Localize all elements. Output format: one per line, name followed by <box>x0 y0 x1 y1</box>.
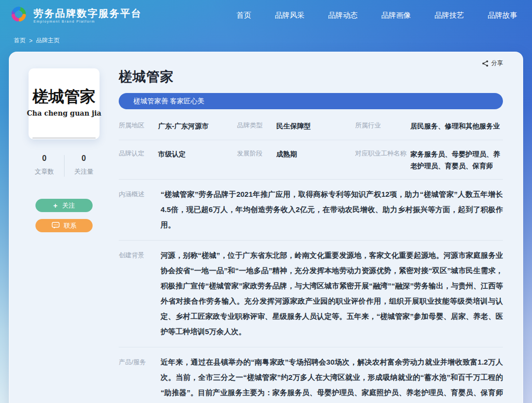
brand-slogan-text: 槎城管家善 客家匠心美 <box>133 97 204 106</box>
brand-logo-image: 槎城管家 Cha cheng guan jia <box>29 68 100 139</box>
platform-logo-icon <box>9 4 29 26</box>
brand-info-row-1: 所属地区 广东-广东河源市 品牌类型 民生保障型 所属行业 居民服务、修理和其他… <box>119 112 503 140</box>
chat-bubble-icon <box>52 222 60 229</box>
info-type-label: 品牌类型 <box>237 121 276 130</box>
share-icon <box>482 60 489 67</box>
brand-profile-card: 槎城管家 Cha cheng guan jia 0 文章数 0 关注量 + 关注 <box>9 52 523 403</box>
share-button[interactable]: 分享 <box>482 59 503 67</box>
brand-info-row-2: 品牌认定 市级认定 发展阶段 成熟期 对应职业工种名称 家务服务员、母婴护理员、… <box>119 140 503 180</box>
breadcrumb: 首页 > 品牌主页 <box>0 31 532 45</box>
brand-stats: 0 文章数 0 关注量 <box>25 154 103 176</box>
info-industry-value: 居民服务、修理和其他服务业 <box>410 121 503 132</box>
nav-item-brand-skill[interactable]: 品牌技艺 <box>434 11 464 20</box>
info-stage-value: 成熟期 <box>276 149 355 160</box>
info-occupation-value: 家务服务员、母婴护理员、养老护理员、育婴员、保育师 <box>410 149 503 172</box>
info-region-label: 所属地区 <box>119 121 158 130</box>
stat-followers-label: 关注量 <box>64 167 103 176</box>
brand-main-content: 分享 槎城管家 槎城管家善 客家匠心美 所属地区 广东-广东河源市 品牌类型 民… <box>119 52 523 403</box>
plus-icon: + <box>53 202 58 209</box>
contact-button-label: 联系 <box>64 221 77 230</box>
main-nav: 首页 品牌风采 品牌动态 品牌画像 品牌技艺 品牌故事 <box>236 11 517 20</box>
stat-followers-value: 0 <box>64 154 103 163</box>
brand-logo-en-text: Cha cheng guan jia <box>27 109 101 117</box>
section-connotation-text: “槎城管家”劳务品牌于2021年推广应用，取得商标专利等知识产权12项，助力“槎… <box>161 186 503 232</box>
breadcrumb-home[interactable]: 首页 <box>14 36 26 45</box>
brand-slogan-banner: 槎城管家善 客家匠心美 <box>119 93 503 109</box>
section-background-label: 创建背景 <box>119 248 161 339</box>
breadcrumb-current[interactable]: 品牌主页 <box>36 36 60 45</box>
nav-item-brand-story[interactable]: 品牌故事 <box>488 11 517 20</box>
brand-sidebar: 槎城管家 Cha cheng guan jia 0 文章数 0 关注量 + 关注 <box>9 52 119 403</box>
brand-logo-cn-text: 槎城管家 <box>33 86 96 108</box>
stat-articles-label: 文章数 <box>25 167 64 176</box>
info-region-value: 广东-广东河源市 <box>158 121 237 132</box>
section-background-text: 河源，别称“槎城”，位于广东省东北部，岭南文化重要发源地，客家文化重要起源地。河… <box>161 248 503 339</box>
section-connotation: 内涵概述 “槎城管家”劳务品牌于2021年推广应用，取得商标专利等知识产权12项… <box>119 180 503 241</box>
info-certification-label: 品牌认定 <box>119 149 158 158</box>
share-label: 分享 <box>491 59 503 67</box>
nav-item-home[interactable]: 首页 <box>236 11 251 20</box>
info-type-value: 民生保障型 <box>276 121 355 132</box>
info-occupation-label: 对应职业工种名称 <box>355 149 410 158</box>
section-products-label: 产品/服务 <box>119 354 161 403</box>
stat-followers: 0 关注量 <box>64 154 103 176</box>
follow-button[interactable]: + 关注 <box>35 199 93 212</box>
section-products-text: 近年来，通过在县镇举办的“南粤家政”专场招聘会30场次，解决农村富余劳动力就业并… <box>161 354 503 403</box>
info-stage-label: 发展阶段 <box>237 149 276 158</box>
top-navigation-bar: 劳务品牌数字服务平台 Employment Brand Platform 首页 … <box>0 0 532 31</box>
platform-logo[interactable]: 劳务品牌数字服务平台 Employment Brand Platform <box>9 4 142 26</box>
stat-articles: 0 文章数 <box>25 154 64 176</box>
info-certification-value: 市级认定 <box>158 149 237 160</box>
stats-divider <box>64 155 65 177</box>
section-connotation-label: 内涵概述 <box>119 186 161 232</box>
platform-title: 劳务品牌数字服务平台 <box>33 8 142 19</box>
brand-title: 槎城管家 <box>119 68 503 86</box>
nav-item-brand-news[interactable]: 品牌动态 <box>328 11 358 20</box>
section-products: 产品/服务 近年来，通过在县镇举办的“南粤家政”专场招聘会30场次，解决农村富余… <box>119 347 503 403</box>
platform-subtitle: Employment Brand Platform <box>33 20 142 23</box>
nav-item-brand-portrait[interactable]: 品牌画像 <box>381 11 411 20</box>
stat-articles-value: 0 <box>25 154 64 163</box>
breadcrumb-separator: > <box>29 37 33 44</box>
contact-button[interactable]: 联系 <box>35 219 93 232</box>
section-background: 创建背景 河源，别称“槎城”，位于广东省东北部，岭南文化重要发源地，客家文化重要… <box>119 241 503 347</box>
nav-item-brand-style[interactable]: 品牌风采 <box>275 11 304 20</box>
info-industry-label: 所属行业 <box>355 121 410 130</box>
brand-logo-divider <box>33 138 96 138</box>
follow-button-label: 关注 <box>62 201 75 210</box>
